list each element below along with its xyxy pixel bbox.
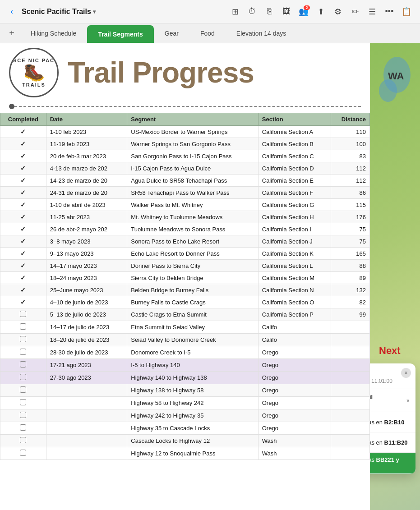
cell-distance: 112 bbox=[331, 162, 369, 175]
cell-distance bbox=[331, 334, 369, 346]
dollar-icon[interactable]: ⚙ bbox=[330, 4, 346, 20]
cell-date bbox=[46, 422, 127, 435]
cell-date: 11-19 feb 2023 bbox=[46, 138, 127, 150]
cell-segment: Highway 138 to Highway 58 bbox=[127, 384, 258, 397]
comment-section-header[interactable]: ⊞ Section Schedule (Trail Segments) ∨ bbox=[370, 389, 415, 412]
table-row[interactable]: Highway 58 to Highway 242Orego bbox=[0, 397, 370, 409]
cell-segment: Sierra City to Belden Bridge bbox=[127, 272, 258, 284]
cell-section: Orego bbox=[258, 359, 331, 372]
table-row[interactable]: ✓3–8 mayo 2023Sonora Pass to Echo Lake R… bbox=[0, 235, 370, 248]
cell-completed: ✓ bbox=[0, 126, 46, 138]
checkbox-empty bbox=[20, 424, 26, 431]
cell-distance: 132 bbox=[331, 284, 369, 296]
table-row[interactable]: 17-21 ago 2023I-5 to Highway 140Orego bbox=[0, 359, 370, 372]
cell-date: 14-23 de marzo de 20 bbox=[46, 175, 127, 187]
cell-completed bbox=[0, 334, 46, 346]
table-row[interactable]: 27-30 ago 2023Highway 140 to Highway 138… bbox=[0, 372, 370, 384]
cell-section: California Section M bbox=[258, 272, 331, 284]
cell-completed bbox=[0, 346, 46, 359]
tabbar: + Hiking Schedule Trail Segments Gear Fo… bbox=[0, 23, 420, 43]
title-chevron[interactable]: ▾ bbox=[93, 9, 96, 15]
table-row[interactable]: ✓4–10 de junio de 2023Burney Falls to Ca… bbox=[0, 296, 370, 308]
tab-food[interactable]: Food bbox=[189, 23, 226, 43]
table-row[interactable]: ✓20 de feb-3 mar 2023San Gorgonio Pass t… bbox=[0, 150, 370, 162]
doc-icon[interactable]: 📋 bbox=[398, 4, 415, 20]
table-row[interactable]: 5–13 de julio de 2023Castle Crags to Etn… bbox=[0, 308, 370, 321]
table-row[interactable]: Highway 242 to Highway 35Orego bbox=[0, 409, 370, 422]
table-row[interactable]: ✓1-10 feb 2023US-Mexico Border to Warner… bbox=[0, 126, 370, 138]
table-row[interactable]: Highway 35 to Cascade LocksOrego bbox=[0, 422, 370, 435]
list-icon[interactable]: ☰ bbox=[364, 4, 380, 20]
cell-segment: Donner Pass to Sierra City bbox=[127, 260, 258, 272]
table-row[interactable]: ✓24-31 de marzo de 20SR58 Tehachapi Pass… bbox=[0, 187, 370, 199]
collaborate-icon[interactable]: 👥2 bbox=[295, 4, 312, 20]
tab-elevation-label: Elevation 14 days bbox=[236, 30, 286, 37]
table-row[interactable]: ✓26 de abr-2 mayo 202Tuolumne Meadows to… bbox=[0, 223, 370, 235]
table-row[interactable]: ✓1-10 de abril de 2023Walker Pass to Mt.… bbox=[0, 199, 370, 211]
table-row[interactable]: Highway 138 to Highway 58Orego bbox=[0, 384, 370, 397]
left-panel: SCE NIC PAC 🥾 TRAILS Trail Progress Comp… bbox=[0, 43, 370, 510]
checkmark-icon: ✓ bbox=[20, 225, 26, 233]
more-icon[interactable]: ••• bbox=[381, 4, 397, 20]
back-button[interactable]: ‹ bbox=[5, 5, 18, 18]
cell-segment: Mt. Whitney to Tuolumne Meadows bbox=[127, 211, 258, 223]
data-table: Completed Date Segment Section Distance … bbox=[0, 113, 370, 460]
close-comment-button[interactable]: × bbox=[401, 368, 411, 378]
cell-segment: Highway 242 to Highway 35 bbox=[127, 409, 258, 422]
grid-icon[interactable]: ⊞ bbox=[227, 4, 243, 20]
table-row[interactable]: ✓11-19 feb 2023Warner Springs to San Gor… bbox=[0, 138, 370, 150]
cell-date: 14–17 mayo 2023 bbox=[46, 260, 127, 272]
cell-completed: ✓ bbox=[0, 248, 46, 260]
copy-icon[interactable]: ⎘ bbox=[261, 4, 277, 20]
cell-completed: ✓ bbox=[0, 162, 46, 175]
tab-elevation[interactable]: Elevation 14 days bbox=[226, 23, 297, 43]
cell-completed bbox=[0, 409, 46, 422]
tab-gear[interactable]: Gear bbox=[154, 23, 189, 43]
cell-completed: ✓ bbox=[0, 150, 46, 162]
table-row[interactable]: ✓25–June mayo 2023Belden Bridge to Burne… bbox=[0, 284, 370, 296]
table-wrapper[interactable]: Completed Date Segment Section Distance … bbox=[0, 113, 370, 460]
table-row[interactable]: ✓18–24 mayo 2023Sierra City to Belden Br… bbox=[0, 272, 370, 284]
cell-section: Califo bbox=[258, 321, 331, 334]
table-row[interactable]: 14–17 de julio de 2023Etna Summit to Sei… bbox=[0, 321, 370, 334]
cell-segment: Belden Bridge to Burney Falls bbox=[127, 284, 258, 296]
cell-distance: 165 bbox=[331, 248, 369, 260]
cell-date: 9–13 mayo 2023 bbox=[46, 248, 127, 260]
checkmark-icon: ✓ bbox=[20, 189, 26, 196]
checkmark-icon: ✓ bbox=[20, 250, 26, 257]
header-completed: Completed bbox=[0, 113, 46, 126]
table-row[interactable]: ✓9–13 mayo 2023Echo Lake Resort to Donne… bbox=[0, 248, 370, 260]
table-row[interactable]: Highway 12 to Snoqualmie PassWash bbox=[0, 447, 370, 460]
table-row[interactable]: ✓14–17 mayo 2023Donner Pass to Sierra Ci… bbox=[0, 260, 370, 272]
section-chevron-icon: ∨ bbox=[406, 397, 410, 404]
tab-hiking-schedule[interactable]: Hiking Schedule bbox=[20, 23, 87, 43]
table-row[interactable]: ✓11-25 abr 2023Mt. Whitney to Tuolumne M… bbox=[0, 211, 370, 223]
table-row[interactable]: 28-30 de julio de 2023Donomore Creek to … bbox=[0, 346, 370, 359]
add-tab-button[interactable]: + bbox=[4, 23, 20, 43]
table-row[interactable]: 18–20 de julio de 2023Seiad Valley to Do… bbox=[0, 334, 370, 346]
cell-distance bbox=[331, 321, 369, 334]
table-row[interactable]: ✓14-23 de marzo de 20Agua Dulce to SR58 … bbox=[0, 175, 370, 187]
cell-segment: Highway 58 to Highway 242 bbox=[127, 397, 258, 409]
cell-date: 18–20 de julio de 2023 bbox=[46, 334, 127, 346]
image-icon[interactable]: 🖼 bbox=[278, 4, 295, 20]
cell-completed: ✓ bbox=[0, 199, 46, 211]
cell-date: 25–June mayo 2023 bbox=[46, 284, 127, 296]
cell-completed bbox=[0, 372, 46, 384]
tab-trail-segments[interactable]: Trail Segments bbox=[87, 25, 154, 43]
cell-section: California Section C bbox=[258, 150, 331, 162]
cell-distance: 83 bbox=[331, 150, 369, 162]
share-icon[interactable]: ⬆ bbox=[313, 4, 329, 20]
header-date: Date bbox=[46, 113, 127, 126]
checkbox-empty bbox=[20, 349, 26, 355]
pen-icon[interactable]: ✏ bbox=[347, 4, 363, 20]
cell-section: California Section F bbox=[258, 187, 331, 199]
cell-date bbox=[46, 409, 127, 422]
checkmark-icon: ✓ bbox=[20, 286, 26, 294]
clock-icon[interactable]: ⏱ bbox=[244, 4, 260, 20]
toolbar-icons: ⊞ ⏱ ⎘ 🖼 👥2 ⬆ ⚙ ✏ ☰ ••• 📋 bbox=[227, 4, 415, 20]
cell-distance: 112 bbox=[331, 175, 369, 187]
table-row[interactable]: ✓4-13 de marzo de 202I-15 Cajon Pass to … bbox=[0, 162, 370, 175]
logo-text-bot: TRAILS bbox=[13, 82, 55, 87]
table-row[interactable]: Cascade Locks to Highway 12Wash bbox=[0, 435, 370, 447]
